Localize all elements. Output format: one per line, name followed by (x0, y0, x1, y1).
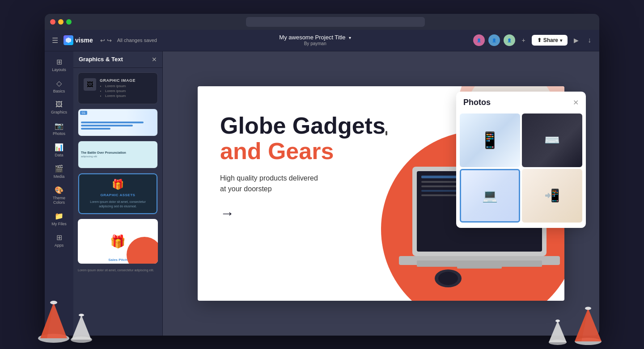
sidebar-label-my-files: My Files (51, 222, 67, 226)
avatar-1: 👤 (473, 34, 485, 46)
photo-thumb-1[interactable]: 📱 (460, 114, 520, 167)
share-icon: ⬆ (537, 37, 542, 43)
photos-panel: Photos ✕ 📱 ⌨️ 💻 📲 (456, 92, 586, 228)
slide-title-orange: and Gears (220, 139, 386, 164)
sidebar-label-graphics: Graphics (51, 110, 67, 114)
logo-icon (64, 35, 73, 45)
lorem-text-bottom: Lorem ipsum dolor sit amet, consectetur … (78, 268, 158, 273)
title-bar (45, 14, 599, 30)
sidebar-item-data[interactable]: 📊 Data (47, 140, 71, 160)
graphic-image-bullets: Lorem ipsum Lorem ipsum Lorem ipsum (100, 84, 136, 99)
svg-marker-18 (72, 315, 91, 340)
sidebar-item-my-files[interactable]: 📁 My Files (47, 209, 71, 229)
sidebar-label-apps: Apps (55, 243, 64, 248)
blog-card[interactable]: The Battle Over Pronunciation adipiscing… (78, 141, 158, 168)
photo-thumb-4[interactable]: 📲 (522, 169, 582, 223)
photos-panel-close-button[interactable]: ✕ (573, 98, 579, 107)
article-inner: 01 (78, 109, 157, 136)
article-line-2 (81, 125, 133, 126)
layouts-icon: ⊞ (56, 58, 62, 66)
photo-thumb-2[interactable]: ⌨️ (522, 114, 582, 167)
download-button[interactable]: ↓ (585, 34, 594, 46)
graphic-image-text: GRAPHIC IMAGE Lorem ipsum Lorem ipsum Lo… (100, 78, 136, 99)
article-line-1 (81, 122, 144, 123)
sidebar-item-apps[interactable]: ⊞ Apps (47, 231, 71, 250)
sidebar-item-layouts[interactable]: ⊞ Layouts (47, 55, 71, 75)
add-collaborator-button[interactable]: + (519, 35, 528, 46)
play-button[interactable]: ▶ (571, 35, 581, 46)
apps-icon: ⊞ (56, 233, 62, 242)
basics-icon: ◇ (56, 79, 62, 88)
graphic-image-card[interactable]: 🖼 GRAPHIC IMAGE Lorem ipsum Lorem ipsum … (78, 72, 158, 105)
graphic-assets-card[interactable]: 🎁 GRAPHIC ASSETS Lorem ipsum dolor sit a… (78, 173, 158, 214)
sidebar-label-layouts: Layouts (52, 67, 66, 72)
photo-thumb-3[interactable]: 💻 (460, 169, 520, 223)
media-icon: 🎬 (55, 164, 64, 173)
sidebar-item-graphics[interactable]: 🖼 Graphics (47, 98, 71, 117)
slide-arrow: → (220, 205, 386, 222)
graphic-assets-title: GRAPHIC ASSETS (101, 193, 136, 197)
sidebar-item-theme-colors[interactable]: 🎨 Theme Colors (47, 183, 71, 207)
hamburger-icon[interactable]: ☰ (50, 34, 60, 46)
svg-rect-12 (386, 131, 387, 135)
my-files-icon: 📁 (55, 212, 64, 220)
slide-subtitle-line2: at your doorstep (220, 185, 272, 193)
sidebar-item-basics[interactable]: ◇ Basics (47, 76, 71, 96)
minimize-traffic-light[interactable] (58, 19, 64, 25)
avatar-2: 👤 (488, 34, 500, 46)
share-caret-icon: ▾ (560, 38, 562, 43)
sales-pitch-bg: 🎁 Sales Pitch (78, 219, 158, 264)
panel-content: 🖼 GRAPHIC IMAGE Lorem ipsum Lorem ipsum … (73, 68, 162, 336)
blog-inner: The Battle Over Pronunciation adipiscing… (78, 141, 157, 168)
theme-colors-icon: 🎨 (55, 186, 64, 194)
sales-pitch-thumbnail[interactable]: 🎁 Sales Pitch (78, 219, 158, 264)
sidebar: ⊞ Layouts ◇ Basics 🖼 Graphics 📷 Photos 📊… (45, 51, 73, 336)
project-author: By payman (304, 41, 326, 46)
undo-button[interactable]: ↩ (100, 37, 105, 44)
sales-pitch-circle (127, 237, 158, 264)
url-bar (246, 17, 425, 27)
undo-redo-group: ↩ ↪ (100, 37, 112, 44)
svg-marker-21 (549, 321, 567, 342)
blog-title: The Battle Over Pronunciation (81, 151, 155, 154)
slide-subtitle-line1: High quality products delivered (220, 174, 318, 182)
article-line-3 (81, 128, 110, 130)
photos-grid: 📱 ⌨️ 💻 📲 (456, 112, 586, 228)
article-card[interactable]: 01 (78, 109, 158, 136)
graphic-image-icon: 🖼 (84, 78, 96, 91)
redo-button[interactable]: ↪ (107, 37, 112, 44)
svg-rect-9 (417, 261, 542, 267)
svg-point-16 (50, 301, 57, 304)
blog-text: adipiscing elit (81, 155, 155, 159)
sidebar-item-media[interactable]: 🎬 Media (47, 162, 71, 181)
canvas-area[interactable]: Globe Gadgets and Gears High quality pro… (163, 51, 599, 336)
graphic-assets-text: Lorem ipsum dolor sit amet, consectetur … (84, 200, 152, 209)
svg-point-22 (555, 320, 560, 322)
bullet-1: Lorem ipsum (105, 84, 136, 88)
cone-right (572, 305, 604, 347)
share-button[interactable]: ⬆ Share ▾ (532, 35, 568, 46)
panel-header: Graphics & Text ✕ (73, 51, 162, 68)
svg-point-11 (438, 272, 458, 285)
photos-icon: 📷 (55, 122, 64, 130)
cone-left (36, 298, 72, 345)
article-number: 01 (80, 111, 87, 115)
slide-title-black: Globe Gadgets (220, 113, 386, 139)
sidebar-label-basics: Basics (53, 89, 65, 93)
svg-point-26 (585, 307, 591, 310)
bullet-2: Lorem ipsum (105, 88, 136, 93)
slide-subtitle: High quality products delivered at your … (220, 173, 386, 194)
panel-close-button[interactable]: ✕ (152, 56, 157, 63)
sidebar-label-media: Media (54, 174, 65, 179)
panel-title: Graphics & Text (79, 56, 123, 63)
sales-pitch-label: Sales Pitch (108, 258, 127, 262)
saved-indicator: All changes saved (117, 38, 157, 43)
sidebar-label-theme-colors: Theme Colors (49, 196, 69, 205)
sidebar-item-photos[interactable]: 📷 Photos (47, 119, 71, 139)
sales-pitch-icon: 🎁 (110, 234, 126, 248)
project-caret-icon[interactable]: ▾ (349, 35, 351, 40)
mac-window: ☰ visme ↩ ↪ All changes saved My awesome… (45, 14, 599, 336)
close-traffic-light[interactable] (50, 19, 55, 25)
app-bar: ☰ visme ↩ ↪ All changes saved My awesome… (45, 30, 599, 51)
maximize-traffic-light[interactable] (66, 19, 72, 25)
